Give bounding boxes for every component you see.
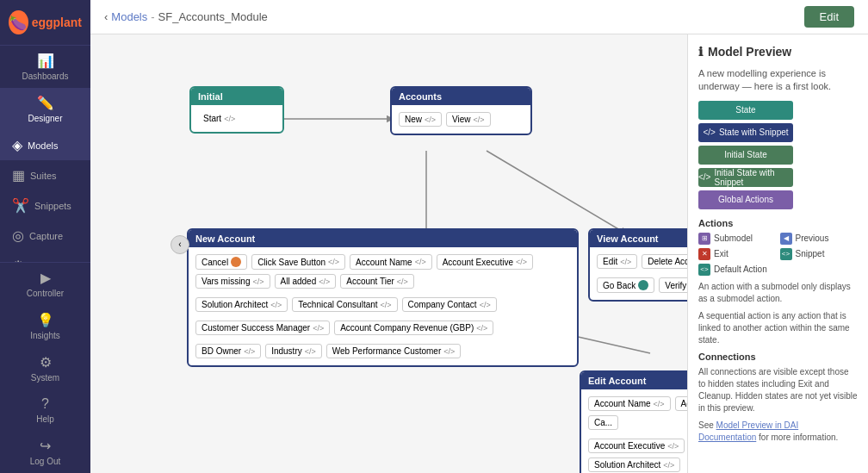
tag-bd-owner[interactable]: BD Owner </> bbox=[195, 344, 261, 358]
tag-account-tier[interactable]: Account Tier </> bbox=[340, 274, 414, 289]
collapse-sidebar-button[interactable]: ‹ bbox=[170, 235, 189, 254]
tag-go-back[interactable]: Go Back bbox=[597, 277, 654, 293]
breadcrumb-link[interactable]: Models bbox=[111, 10, 147, 23]
legend-box-global-actions: Global Actions bbox=[698, 190, 793, 209]
snippet-label: Snippet bbox=[796, 249, 825, 258]
dashboards-icon: 📊 bbox=[37, 53, 54, 69]
tag-csm[interactable]: Customer Success Manager </> bbox=[195, 321, 330, 335]
action-exit: ✕ Exit bbox=[698, 248, 777, 260]
legend-box-state-snippet: </> State with Snippet bbox=[698, 123, 793, 142]
doc-text: See Model Preview in DAI Documentation f… bbox=[698, 420, 858, 444]
models-icon: ◈ bbox=[12, 137, 22, 153]
tech-consultant-label: Technical Consultant bbox=[298, 300, 377, 309]
panel-title: ℹ Model Preview bbox=[698, 45, 858, 59]
go-back-label: Go Back bbox=[603, 281, 636, 290]
legend-initial-snippet: </> Initial State with Snippet bbox=[698, 168, 858, 187]
tag-vars-missing[interactable]: Vars missing </> bbox=[195, 274, 270, 289]
tag-all-added[interactable]: All added </> bbox=[275, 274, 337, 289]
edit-button[interactable]: Edit bbox=[804, 6, 854, 28]
bd-owner-label: BD Owner bbox=[202, 346, 241, 356]
view-code-icon: </> bbox=[474, 115, 485, 124]
sidebar-item-dashboards[interactable]: 📊 Dashboards bbox=[0, 46, 90, 88]
state-snippet-code-icon: </> bbox=[703, 128, 715, 137]
tag-edit-account-tier[interactable]: Account Tier </> bbox=[675, 396, 687, 411]
sidebar-label-controller: Controller bbox=[27, 289, 64, 298]
doc-link[interactable]: Model Preview in DAI Documentation bbox=[698, 420, 798, 442]
tag-industry[interactable]: Industry </> bbox=[265, 344, 322, 358]
tag-company-contact[interactable]: Company Contact </> bbox=[402, 297, 497, 312]
start-label: Start bbox=[203, 114, 221, 123]
node-view-account: View Account Edit </> Delete Account </>… bbox=[588, 228, 687, 302]
legend-box-initial-state: Initial State bbox=[698, 146, 793, 165]
node-accounts: Accounts New </> View </> bbox=[390, 86, 532, 135]
canvas[interactable]: Initial Start </> Accounts New </> bbox=[90, 34, 687, 473]
tag-account-exec[interactable]: Account Executive </> bbox=[437, 254, 533, 270]
node-initial-body: Start </> bbox=[191, 105, 282, 132]
account-tier-label: Account Tier bbox=[346, 277, 394, 286]
new-code-icon: </> bbox=[425, 115, 436, 124]
legend-box-state: State bbox=[698, 101, 793, 120]
tag-edit[interactable]: Edit </> bbox=[597, 254, 637, 269]
node-view-account-body: Edit </> Delete Account </> Go Back Veri… bbox=[590, 247, 687, 300]
sidebar-item-help[interactable]: ? Help bbox=[0, 389, 90, 431]
system-icon: ⚙ bbox=[40, 354, 52, 370]
top-bar: ‹ Models - SF_Accounts_Module Edit bbox=[90, 0, 868, 34]
tag-edit-account-name[interactable]: Account Name </> bbox=[588, 396, 671, 411]
sidebar-bottom: ▶ Controller 💡 Insights ⚙ System ? Help … bbox=[0, 262, 90, 473]
web-perf-label: Web Performance Customer bbox=[332, 346, 442, 356]
tag-click-save[interactable]: Click Save Button </> bbox=[251, 254, 345, 270]
node-tag-new[interactable]: New </> bbox=[399, 112, 442, 127]
snippet-dot: <> bbox=[780, 248, 792, 260]
designer-icon: ✏️ bbox=[37, 95, 54, 111]
sidebar-item-logout[interactable]: ↪ Log Out bbox=[0, 431, 90, 473]
legend-global-actions: Global Actions bbox=[698, 190, 858, 209]
previous-label: Previous bbox=[796, 233, 829, 243]
tag-account-name[interactable]: Account Name </> bbox=[350, 254, 432, 270]
node-edit-account: Edit Account Account Name </> Account Ti… bbox=[580, 370, 687, 473]
breadcrumb: ‹ Models - SF_Accounts_Module bbox=[104, 10, 268, 23]
right-panel: ℹ Model Preview A new modelling experien… bbox=[687, 34, 868, 473]
tag-acr[interactable]: Account Company Revenue (GBP) </> bbox=[334, 321, 493, 335]
tag-edit-solution-arch[interactable]: Solution Architect </> bbox=[588, 457, 680, 472]
sidebar-item-snippets[interactable]: ✂️ Snippets bbox=[0, 190, 90, 221]
insights-icon: 💡 bbox=[37, 312, 54, 328]
sidebar-label-snippets: Snippets bbox=[34, 201, 71, 211]
click-save-label: Click Save Button bbox=[257, 258, 326, 267]
sidebar-item-suites[interactable]: ▦ Suites bbox=[0, 160, 90, 190]
tag-verify[interactable]: Verify Account Details </> bbox=[659, 277, 687, 293]
submodel-label: Submodel bbox=[714, 233, 753, 243]
sidebar-label-models: Models bbox=[28, 140, 58, 151]
snippets-icon: ✂️ bbox=[12, 197, 29, 214]
exit-label: Exit bbox=[714, 249, 728, 258]
cancel-label: Cancel bbox=[202, 258, 228, 267]
sidebar-item-insights[interactable]: 💡 Insights bbox=[0, 305, 90, 347]
sidebar-label-suites: Suites bbox=[30, 171, 57, 181]
node-tag-view[interactable]: View </> bbox=[446, 112, 491, 127]
tag-edit-ca[interactable]: Ca... bbox=[588, 415, 618, 430]
tag-cancel[interactable]: Cancel bbox=[195, 254, 247, 270]
sidebar-item-controller[interactable]: ▶ Controller bbox=[0, 263, 90, 305]
actions-grid: ⊞ Submodel ◀ Previous ✕ Exit <> Snippet … bbox=[698, 233, 858, 276]
sidebar-item-capture[interactable]: ◎ Capture bbox=[0, 221, 90, 251]
node-view-account-header: View Account bbox=[590, 230, 687, 247]
edit-account-name-label: Account Name bbox=[594, 399, 651, 408]
all-added-label: All added bbox=[281, 277, 317, 286]
tag-edit-account-exec[interactable]: Account Executive </> bbox=[588, 439, 685, 453]
panel-description: A new modelling experience is underway —… bbox=[698, 67, 858, 94]
note-submodel: An action with a submodel only displays … bbox=[698, 281, 858, 305]
sidebar-item-designer[interactable]: ✏️ Designer bbox=[0, 88, 90, 130]
tag-solution-arch[interactable]: Solution Architect </> bbox=[195, 297, 288, 312]
node-tag-start[interactable]: Start </> bbox=[198, 112, 240, 125]
node-new-account-header: New Account bbox=[189, 230, 577, 247]
sidebar-item-rci[interactable]: ⚙ RCI bbox=[0, 251, 90, 262]
sidebar-item-system[interactable]: ⚙ System bbox=[0, 347, 90, 389]
node-accounts-body: New </> View </> bbox=[392, 105, 530, 134]
edit-label: Edit bbox=[603, 257, 617, 266]
verify-label: Verify Account Details bbox=[665, 281, 687, 290]
company-contact-label: Company Contact bbox=[408, 300, 477, 309]
sidebar-item-models[interactable]: ◈ Models bbox=[0, 130, 90, 160]
tag-tech-consultant[interactable]: Technical Consultant </> bbox=[292, 297, 397, 312]
tag-delete-account[interactable]: Delete Account </> bbox=[642, 254, 687, 269]
tag-web-perf[interactable]: Web Performance Customer </> bbox=[326, 344, 462, 358]
node-initial-header: Initial bbox=[191, 88, 282, 105]
